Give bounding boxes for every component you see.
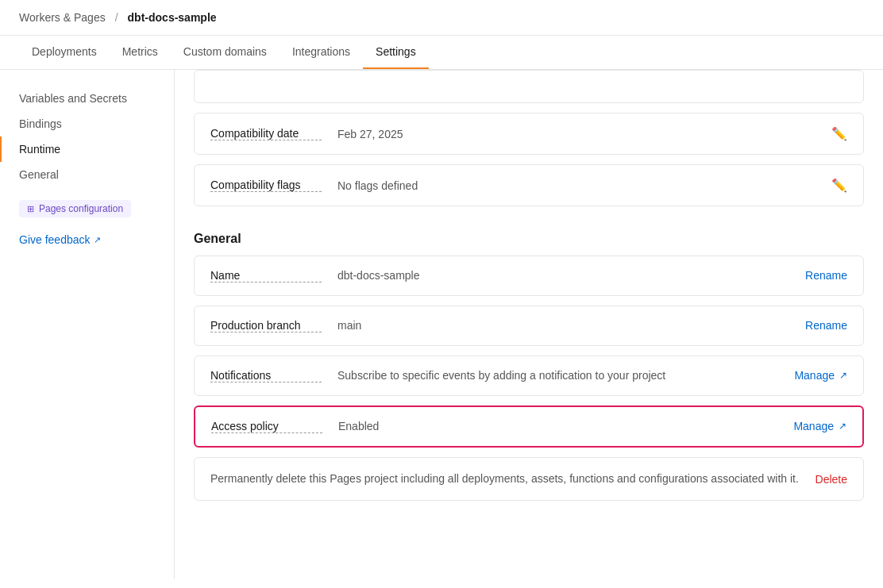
pages-config-section: ⊞ Pages configuration: [0, 187, 174, 224]
production-branch-card: Production branch main Rename: [194, 306, 864, 346]
pages-config-label: Pages configuration: [39, 203, 123, 214]
breadcrumb-workers[interactable]: Workers & Pages: [19, 11, 106, 24]
notifications-action: Manage ↗: [794, 369, 847, 382]
compat-date-card: Compatibility date Feb 27, 2025 ✏️: [194, 113, 864, 155]
sidebar-item-runtime[interactable]: Runtime: [0, 136, 174, 162]
partial-card-top: [194, 70, 864, 103]
breadcrumb-separator: /: [115, 11, 118, 24]
notifications-label: Notifications: [210, 369, 322, 382]
tab-settings[interactable]: Settings: [363, 36, 429, 69]
tab-integrations[interactable]: Integrations: [280, 36, 363, 69]
external-link-icon: ↗: [94, 235, 101, 245]
delete-description: Permanently delete this Pages project in…: [210, 471, 816, 487]
access-policy-action: Manage ↗: [793, 420, 846, 432]
tab-custom-domains[interactable]: Custom domains: [171, 36, 280, 69]
give-feedback-link[interactable]: Give feedback ↗: [19, 233, 101, 246]
name-card: Name dbt-docs-sample Rename: [194, 256, 864, 296]
compat-flags-label: Compatibility flags: [210, 179, 322, 192]
compat-date-action: ✏️: [831, 126, 847, 141]
name-action: Rename: [805, 269, 847, 282]
top-header: Workers & Pages / dbt-docs-sample: [0, 0, 883, 36]
delete-link[interactable]: Delete: [816, 473, 847, 486]
edit-compat-flags-icon[interactable]: ✏️: [831, 178, 847, 193]
compat-flags-action: ✏️: [831, 178, 847, 193]
access-policy-external-icon: ↗: [839, 421, 846, 432]
sidebar-item-general[interactable]: General: [0, 162, 174, 187]
production-branch-label: Production branch: [210, 319, 322, 332]
name-value: dbt-docs-sample: [322, 269, 805, 282]
tab-deployments[interactable]: Deployments: [19, 36, 110, 69]
edit-compat-date-icon[interactable]: ✏️: [831, 126, 847, 141]
production-branch-action: Rename: [805, 319, 847, 332]
access-policy-card: Access policy Enabled Manage ↗: [194, 405, 864, 448]
notifications-card: Notifications Subscribe to specific even…: [194, 355, 864, 396]
production-branch-value: main: [322, 319, 805, 332]
name-rename-link[interactable]: Rename: [805, 269, 847, 282]
compat-flags-card: Compatibility flags No flags defined ✏️: [194, 164, 864, 206]
main-content: Compatibility date Feb 27, 2025 ✏️ Compa…: [175, 70, 883, 578]
pages-config-badge[interactable]: ⊞ Pages configuration: [19, 200, 131, 217]
give-feedback-section: Give feedback ↗: [0, 224, 174, 256]
sidebar-item-variables[interactable]: Variables and Secrets: [0, 86, 174, 111]
main-layout: Variables and Secrets Bindings Runtime G…: [0, 70, 883, 578]
give-feedback-label: Give feedback: [19, 233, 91, 246]
notifications-manage-link[interactable]: Manage: [794, 369, 835, 382]
compat-date-label: Compatibility date: [210, 127, 322, 140]
access-policy-label: Access policy: [211, 420, 322, 433]
sidebar-item-bindings[interactable]: Bindings: [0, 111, 174, 136]
notifications-external-icon: ↗: [839, 370, 847, 381]
production-branch-rename-link[interactable]: Rename: [805, 319, 847, 332]
access-policy-manage-link[interactable]: Manage: [793, 420, 834, 432]
compat-date-value: Feb 27, 2025: [322, 128, 831, 140]
nav-tabs: Deployments Metrics Custom domains Integ…: [0, 36, 883, 70]
general-section-header: General: [194, 216, 864, 256]
access-policy-value: Enabled: [322, 420, 793, 432]
breadcrumb-current: dbt-docs-sample: [128, 11, 217, 24]
tab-metrics[interactable]: Metrics: [110, 36, 171, 69]
delete-row: Permanently delete this Pages project in…: [194, 457, 864, 501]
name-label: Name: [210, 269, 322, 282]
notifications-value: Subscribe to specific events by adding a…: [322, 369, 794, 382]
pages-icon: ⊞: [27, 204, 34, 214]
sidebar: Variables and Secrets Bindings Runtime G…: [0, 70, 175, 578]
compat-flags-value: No flags defined: [322, 179, 831, 192]
